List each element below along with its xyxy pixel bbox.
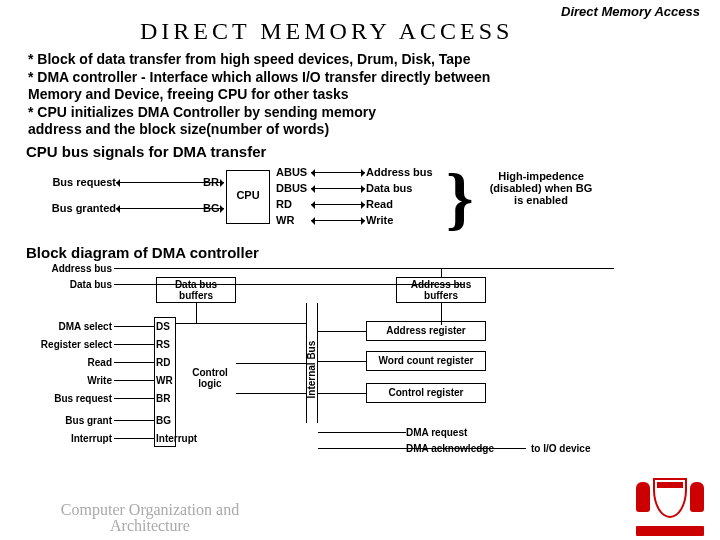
connector-line [236, 393, 306, 394]
signal-label: Data bus [366, 182, 446, 194]
connector-line [236, 363, 306, 364]
connector-line [114, 326, 154, 327]
signal-label: Read [366, 198, 446, 210]
logo-shield-icon [653, 478, 687, 518]
connector-line [196, 303, 197, 323]
control-logic-box: Control logic [186, 363, 234, 393]
bullet-item: * Block of data transfer from high speed… [28, 51, 692, 69]
brace-icon: } [446, 162, 474, 236]
signal-label: Bus request [26, 176, 116, 188]
connector-line [114, 438, 154, 439]
signal-label: Interrupt [26, 433, 112, 444]
control-register-box: Control register [366, 383, 486, 403]
arrow-icon [311, 172, 365, 173]
databus-buffers-box: Data bus buffers [156, 277, 236, 303]
section-heading-2: Block diagram of DMA controller [0, 240, 720, 261]
signal-label: Read [26, 357, 112, 368]
connector-line [318, 331, 366, 332]
bus-line [114, 268, 614, 269]
bus-label: Address bus [26, 263, 112, 274]
connector-line [114, 362, 154, 363]
signal-label: Bus request [26, 393, 112, 404]
bus-label: Data bus [26, 279, 112, 290]
arrow-icon [116, 182, 224, 183]
dma-block-diagram: Address bus Data bus Data bus buffers Ad… [26, 263, 694, 473]
arrow-icon [311, 188, 365, 189]
bullet-item: address and the block size(number of wor… [28, 121, 692, 139]
logo-banner-icon [636, 526, 704, 536]
to-io-label: to I/O device [531, 443, 611, 454]
cpu-box: CPU [226, 170, 270, 224]
address-register-box: Address register [366, 321, 486, 341]
connector-line [318, 448, 526, 449]
arrow-icon [311, 220, 365, 221]
bullet-item: * DMA controller - Interface which allow… [28, 69, 692, 87]
connector-line [441, 268, 442, 277]
arrow-icon [116, 208, 224, 209]
institution-logo [630, 470, 710, 540]
addrbus-buffers-box: Address bus buffers [396, 277, 486, 303]
connector-line [114, 420, 154, 421]
pin-column [154, 317, 176, 447]
connector-line [114, 380, 154, 381]
page-header-label: Direct Memory Access [561, 4, 700, 19]
connector-line [114, 344, 154, 345]
signal-label: Bus granted [26, 202, 116, 214]
arrow-icon [311, 204, 365, 205]
word-count-register-box: Word count register [366, 351, 486, 371]
signal-label: DMA select [26, 321, 112, 332]
logo-lion-icon [690, 482, 704, 512]
connector-line [114, 398, 154, 399]
hiz-note: High-impedence (disabled) when BG is ena… [486, 170, 596, 206]
connector-line [318, 432, 406, 433]
dma-request-label: DMA request [406, 427, 526, 438]
signal-label: Write [366, 214, 446, 226]
footer-text: Computer Organization and Architecture [40, 502, 260, 534]
bullet-list: * Block of data transfer from high speed… [0, 45, 720, 139]
bullet-item: Memory and Device, freeing CPU for other… [28, 86, 692, 104]
signal-label: Address bus [366, 166, 446, 178]
signal-label: Register select [26, 339, 112, 350]
connector-line [318, 393, 366, 394]
connector-line [176, 323, 306, 324]
logo-lion-icon [636, 482, 650, 512]
bullet-item: * CPU initializes DMA Controller by send… [28, 104, 692, 122]
section-heading-1: CPU bus signals for DMA transfer [0, 139, 720, 160]
signal-label: Write [26, 375, 112, 386]
internal-bus-label: Internal Bus [306, 328, 317, 398]
signal-label: Bus grant [26, 415, 112, 426]
connector-line [318, 361, 366, 362]
cpu-signals-diagram: CPU Bus request BR Bus granted BG ABUS A… [26, 162, 694, 240]
